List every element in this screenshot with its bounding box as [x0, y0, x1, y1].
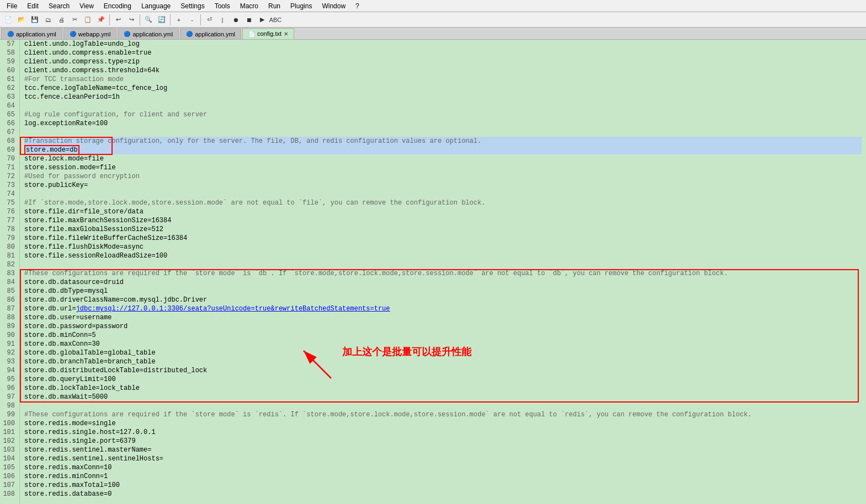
line-97: store.db.maxWait=5000 [24, 393, 862, 401]
line-91: store.db.maxConn=30 [24, 340, 862, 348]
tab-label-4: application.yml [195, 31, 235, 37]
toolbar-save[interactable]: 💾 [29, 14, 41, 26]
line-101: store.redis.single.host=127.0.0.1 [24, 428, 862, 437]
toolbar-redo[interactable]: ↪ [125, 14, 137, 26]
line-77: store.file.maxBranchSessionSize=16384 [24, 216, 862, 225]
tab-5[interactable]: 📄 config.txt ✕ [242, 28, 294, 39]
line-67 [24, 128, 862, 137]
line-94: store.db.distributedLockTable=distribute… [24, 366, 862, 375]
menu-window[interactable]: Window [317, 1, 350, 11]
line-108: store.redis.database=0 [24, 490, 862, 498]
line-57: client.undo.logTable=undo_log [24, 40, 862, 49]
toolbar-replace[interactable]: 🔄 [156, 14, 168, 26]
menu-language[interactable]: Language [137, 1, 175, 11]
line-75: #If `store.mode,store.lock.mode,store.se… [24, 199, 862, 207]
line-69: store.mode=db [24, 146, 862, 154]
line-87: store.db.url=jdbc:mysql://127.0.0.1:3306… [24, 304, 862, 313]
toolbar-sep4 [200, 14, 201, 25]
line-95: store.db.queryLimit=100 [24, 375, 862, 384]
menu-run[interactable]: Run [264, 1, 285, 11]
line-92: store.db.globalTable=global_table [24, 348, 862, 357]
line-71: store.session.mode=file [24, 163, 862, 172]
toolbar-macro-stop[interactable]: ⏹ [243, 14, 255, 26]
line-81: store.file.sessionReloadReadSize=100 [24, 251, 862, 260]
code-container: 5758596061626364656667686970717273747576… [0, 40, 866, 504]
menu-edit[interactable]: Edit [23, 1, 43, 11]
line-64 [24, 101, 862, 110]
menu-plugins[interactable]: Plugins [286, 1, 316, 11]
line-79: store.file.fileWriteBufferCacheSize=1638… [24, 234, 862, 243]
line-74 [24, 190, 862, 199]
line-84: store.db.datasource=druid [24, 278, 862, 287]
line-85: store.db.dbType=mysql [24, 287, 862, 296]
tab-icon-1: 🔵 [7, 31, 14, 37]
menubar: File Edit Search View Encoding Language … [0, 0, 866, 12]
code-content[interactable]: client.undo.logTable=undo_logclient.undo… [20, 40, 866, 504]
line-104: store.redis.sentinel.sentinelHosts= [24, 454, 862, 463]
line-86: store.db.driverClassName=com.mysql.jdbc.… [24, 296, 862, 304]
tab-3[interactable]: 🔵 application.yml [118, 28, 179, 39]
editor[interactable]: 5758596061626364656667686970717273747576… [0, 40, 866, 504]
line-63: tcc.fence.cleanPeriod=1h [24, 93, 862, 101]
toolbar-macro-record[interactable]: ⏺ [230, 14, 242, 26]
tabs-bar: 🔵 application.yml 🔵 webapp.yml 🔵 applica… [0, 28, 866, 40]
toolbar-new[interactable]: 📄 [2, 14, 14, 26]
toolbar-find[interactable]: 🔍 [142, 14, 155, 26]
toolbar-open[interactable]: 📂 [15, 14, 28, 26]
line-99: #These configurations are required if th… [24, 410, 862, 419]
toolbar-cut[interactable]: ✂ [68, 14, 81, 26]
line-103: store.redis.sentinel.masterName= [24, 446, 862, 454]
menu-settings[interactable]: Settings [176, 1, 209, 11]
toolbar-print[interactable]: 🖨 [55, 14, 67, 26]
line-76: store.file.dir=file_store/data [24, 207, 862, 216]
line-58: client.undo.compress.enable=true [24, 49, 862, 57]
tab-4[interactable]: 🔵 application.yml [180, 28, 241, 39]
line-82 [24, 260, 862, 269]
toolbar-copy[interactable]: 📋 [82, 14, 94, 26]
tab-icon-2: 🔵 [70, 31, 76, 37]
line-59: client.undo.compress.type=zip [24, 57, 862, 66]
menu-tools[interactable]: Tools [210, 1, 235, 11]
menu-help[interactable]: ? [351, 1, 364, 11]
toolbar-saveall[interactable]: 🗂 [42, 14, 54, 26]
tab-icon-3: 🔵 [124, 31, 130, 37]
line-60: client.undo.compress.threshold=64k [24, 66, 862, 75]
menu-encoding[interactable]: Encoding [99, 1, 136, 11]
tab-icon-4: 🔵 [186, 31, 193, 37]
toolbar-indentguide[interactable]: | [216, 14, 229, 26]
toolbar-zoomin[interactable]: + [173, 14, 185, 26]
line-62: tcc.fence.logTableName=tcc_fence_log [24, 84, 862, 93]
line-65: #Log rule configuration, for client and … [24, 110, 862, 119]
toolbar-macro-play[interactable]: ▶ [256, 14, 268, 26]
line-102: store.redis.single.port=6379 [24, 437, 862, 446]
menu-view[interactable]: View [75, 1, 98, 11]
tab-1[interactable]: 🔵 application.yml [1, 28, 62, 39]
tab-label-2: webapp.yml [78, 31, 111, 37]
line-66: log.exceptionRate=100 [24, 119, 862, 128]
tab-close-5[interactable]: ✕ [284, 31, 288, 37]
line-96: store.db.lockTable=lock_table [24, 384, 862, 393]
toolbar-zoomout[interactable]: - [186, 14, 198, 26]
line-100: store.redis.mode=single [24, 419, 862, 428]
toolbar-sep2 [140, 14, 140, 25]
menu-search[interactable]: Search [44, 1, 74, 11]
menu-macro[interactable]: Macro [236, 1, 263, 11]
tab-label-5: config.txt [257, 30, 281, 37]
line-93: store.db.branchTable=branch_table [24, 357, 862, 366]
line-72: #Used for password encryption [24, 172, 862, 181]
line-83: #These configurations are required if th… [24, 269, 862, 278]
line-90: store.db.minConn=5 [24, 331, 862, 340]
line-78: store.file.maxGlobalSessionSize=512 [24, 225, 862, 234]
toolbar-abc[interactable]: ABC [269, 14, 281, 26]
toolbar-paste[interactable]: 📌 [95, 14, 107, 26]
line-numbers: 5758596061626364656667686970717273747576… [0, 40, 20, 504]
menu-file[interactable]: File [2, 1, 22, 11]
toolbar-undo[interactable]: ↩ [112, 14, 124, 26]
line-107: store.redis.maxTotal=100 [24, 481, 862, 490]
toolbar-wordwrap[interactable]: ⏎ [203, 14, 215, 26]
line-106: store.redis.minConn=1 [24, 472, 862, 481]
toolbar-sep1 [109, 14, 110, 25]
tab-icon-5: 📄 [248, 31, 255, 37]
line-73: store.publicKey= [24, 181, 862, 190]
tab-2[interactable]: 🔵 webapp.yml [63, 28, 117, 39]
